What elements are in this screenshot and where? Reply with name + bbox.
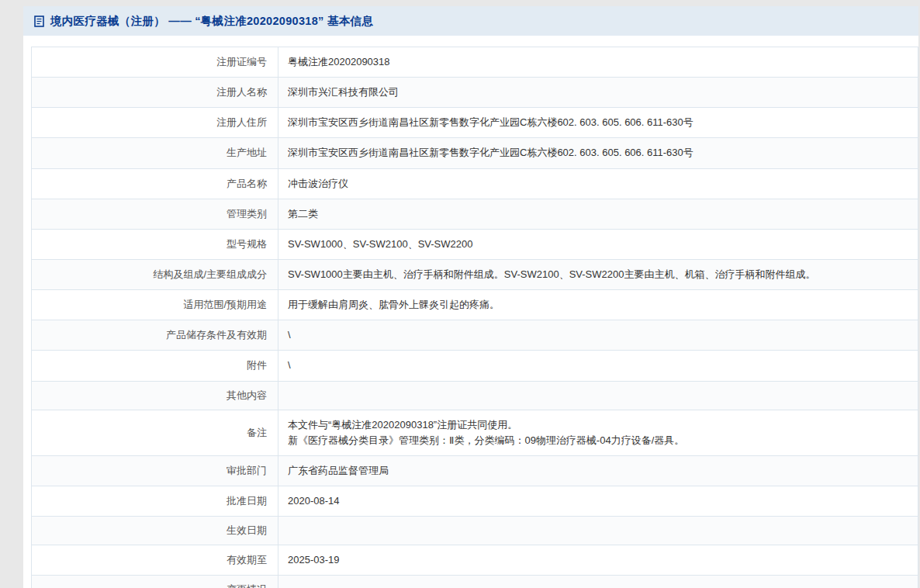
row-label: 注册人名称 bbox=[32, 78, 278, 108]
row-value bbox=[278, 381, 918, 410]
row-value bbox=[278, 576, 918, 588]
row-label: 批准日期 bbox=[32, 486, 278, 516]
table-row: 生效日期 bbox=[32, 517, 918, 545]
table-row: 管理类别 第二类 bbox=[32, 199, 918, 229]
row-label: 结构及组成/主要组成成分 bbox=[32, 259, 278, 289]
row-value: 深圳市宝安区西乡街道南昌社区新零售数字化产业园C栋六楼602. 603. 605… bbox=[278, 108, 918, 138]
row-label: 产品储存条件及有效期 bbox=[32, 320, 278, 351]
table-row: 注册人名称 深圳市兴汇科技有限公司 bbox=[32, 78, 918, 108]
row-label: 生产地址 bbox=[32, 138, 278, 168]
row-value: 2020-08-14 bbox=[278, 486, 918, 516]
page-container: 境内医疗器械（注册） —— “粤械注准20202090318” 基本信息 注册证… bbox=[23, 6, 918, 588]
row-label: 注册人住所 bbox=[32, 108, 278, 138]
row-label: 审批部门 bbox=[32, 455, 278, 486]
row-value: SV-SW1000主要由主机、治疗手柄和附件组成。SV-SW2100、SV-SW… bbox=[278, 259, 918, 289]
table-row: 审批部门 广东省药品监督管理局 bbox=[32, 455, 918, 486]
row-label: 变更情况 bbox=[32, 576, 278, 588]
table-row: 其他内容 bbox=[32, 381, 918, 410]
table-row: 产品名称 冲击波治疗仪 bbox=[32, 168, 918, 199]
row-label: 其他内容 bbox=[32, 381, 278, 410]
row-label: 生效日期 bbox=[32, 517, 278, 545]
table-row: 产品储存条件及有效期 \ bbox=[32, 320, 918, 351]
table-row: 附件 \ bbox=[32, 351, 918, 381]
table-row: 批准日期 2020-08-14 bbox=[32, 486, 918, 516]
row-value: \ bbox=[278, 351, 918, 381]
row-value: \ bbox=[278, 320, 918, 351]
table-row: 备注 本文件与“粤械注准20202090318”注册证共同使用。 新《医疗器械分… bbox=[32, 410, 918, 455]
row-value: 深圳市宝安区西乡街道南昌社区新零售数字化产业园C栋六楼602. 603. 605… bbox=[278, 138, 918, 168]
row-label: 产品名称 bbox=[32, 168, 278, 199]
row-label: 适用范围/预期用途 bbox=[32, 290, 278, 320]
registration-info-table: 注册证编号 粤械注准20202090318 注册人名称 深圳市兴汇科技有限公司 … bbox=[31, 47, 918, 588]
row-value: 广东省药品监督管理局 bbox=[278, 455, 918, 486]
document-icon bbox=[34, 16, 44, 27]
row-value: 本文件与“粤械注准20202090318”注册证共同使用。 新《医疗器械分类目录… bbox=[278, 410, 918, 455]
table-row: 结构及组成/主要组成成分 SV-SW1000主要由主机、治疗手柄和附件组成。SV… bbox=[32, 259, 918, 289]
page-title: 境内医疗器械（注册） —— “粤械注准20202090318” 基本信息 bbox=[50, 14, 373, 29]
row-value: SV-SW1000、SV-SW2100、SV-SW2200 bbox=[278, 229, 918, 259]
row-label: 有效期至 bbox=[32, 545, 278, 576]
row-value: 2025-03-19 bbox=[278, 545, 918, 576]
row-value: 第二类 bbox=[278, 199, 918, 229]
row-label: 备注 bbox=[32, 410, 278, 455]
row-value: 深圳市兴汇科技有限公司 bbox=[278, 78, 918, 108]
row-label: 型号规格 bbox=[32, 229, 278, 259]
table-row: 有效期至 2025-03-19 bbox=[32, 545, 918, 576]
row-label: 注册证编号 bbox=[32, 47, 278, 78]
row-label: 管理类别 bbox=[32, 199, 278, 229]
table-row: 注册人住所 深圳市宝安区西乡街道南昌社区新零售数字化产业园C栋六楼602. 60… bbox=[32, 108, 918, 138]
table-row: 适用范围/预期用途 用于缓解由肩周炎、肱骨外上髁炎引起的疼痛。 bbox=[32, 290, 918, 320]
header-bar: 境内医疗器械（注册） —— “粤械注准20202090318” 基本信息 bbox=[23, 6, 918, 36]
row-value: 用于缓解由肩周炎、肱骨外上髁炎引起的疼痛。 bbox=[278, 290, 918, 320]
row-value: 冲击波治疗仪 bbox=[278, 168, 918, 199]
row-value bbox=[278, 517, 918, 545]
table-row: 变更情况 bbox=[32, 576, 918, 588]
row-label: 附件 bbox=[32, 351, 278, 381]
row-value: 粤械注准20202090318 bbox=[278, 47, 918, 78]
table-row: 生产地址 深圳市宝安区西乡街道南昌社区新零售数字化产业园C栋六楼602. 603… bbox=[32, 138, 918, 168]
table-row: 型号规格 SV-SW1000、SV-SW2100、SV-SW2200 bbox=[32, 229, 918, 259]
table-row: 注册证编号 粤械注准20202090318 bbox=[32, 47, 918, 78]
